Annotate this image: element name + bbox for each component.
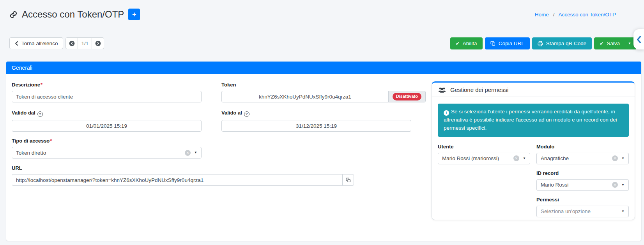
breadcrumb: Home / Accesso con Token/OTP xyxy=(535,12,616,18)
enable-button[interactable]: ✔ Abilita xyxy=(450,37,483,49)
permessi-left-column: Utente Mario Rossi (mariorossi) × ▼ xyxy=(438,144,530,217)
id-record-label: ID record xyxy=(536,170,629,176)
arrow-circle-right-icon xyxy=(95,41,101,46)
valido-dal-label: Valido dal? xyxy=(12,110,202,117)
printer-icon xyxy=(538,41,543,46)
url-field-group: URL xyxy=(12,165,354,186)
generali-title: Generali xyxy=(12,65,32,71)
permessi-placeholder: Seleziona un'opzione xyxy=(541,208,621,214)
breadcrumb-separator: / xyxy=(553,12,555,18)
help-icon[interactable]: ? xyxy=(244,111,249,117)
plus-icon: + xyxy=(132,11,136,18)
valido-al-field-group: Valido al? xyxy=(221,110,411,132)
back-to-list-button[interactable]: Torna all'elenco xyxy=(9,37,63,49)
utente-field-group: Utente Mario Rossi (mariorossi) × ▼ xyxy=(438,144,530,164)
breadcrumb-home-link[interactable]: Home xyxy=(535,12,549,18)
permessi-info-text: Se si seleziona l'utente i permessi verr… xyxy=(444,109,617,131)
copy-url-label: Copia URL xyxy=(499,41,524,46)
descrizione-label: Descrizione* xyxy=(12,82,202,88)
permessi-card: Gestione dei permessi iSe si seleziona l… xyxy=(432,81,635,220)
id-record-select[interactable]: Mario Rossi × ▼ xyxy=(536,179,629,191)
modulo-value: Anagrafiche xyxy=(541,155,612,161)
tipo-accesso-select[interactable]: Token diretto × ▼ xyxy=(12,147,202,159)
permessi-select[interactable]: Seleziona un'opzione ▼ xyxy=(536,206,629,217)
caret-down-icon: ▼ xyxy=(621,157,625,160)
utente-label: Utente xyxy=(438,144,530,150)
chevron-left-icon xyxy=(15,41,18,46)
clear-icon[interactable]: × xyxy=(185,150,191,156)
page: Accesso con Token/OTP + Home / Accesso c… xyxy=(0,0,644,245)
check-icon: ✔ xyxy=(456,41,460,46)
permessi-info-alert: iSe si seleziona l'utente i permessi ver… xyxy=(438,104,629,137)
token-input xyxy=(221,91,389,102)
toolbar-actions: ✔ Abilita Copia URL Stampa qR Code ✔ Sal… xyxy=(450,37,637,49)
caret-down-icon: ▼ xyxy=(621,183,625,187)
modulo-select[interactable]: Anagrafiche × ▼ xyxy=(536,153,629,164)
utente-select[interactable]: Mario Rossi (mariorossi) × ▼ xyxy=(438,153,530,164)
link-icon xyxy=(9,11,18,19)
title-row: Accesso con Token/OTP + xyxy=(9,9,140,20)
permessi-right-column: Modulo Anagrafiche × ▼ ID record Mario R… xyxy=(536,144,629,217)
permessi-fields: Utente Mario Rossi (mariorossi) × ▼ Modu… xyxy=(432,137,635,217)
required-asterisk: * xyxy=(50,138,52,144)
users-icon xyxy=(438,87,446,93)
next-record-button[interactable] xyxy=(92,37,104,49)
permessi-label: Permessi xyxy=(536,197,629,203)
generali-card-header: Generali xyxy=(6,62,641,74)
clear-icon[interactable]: × xyxy=(612,155,618,161)
breadcrumb-current-link[interactable]: Accesso con Token/OTP xyxy=(558,12,616,18)
copy-icon xyxy=(346,178,351,183)
enable-label: Abilita xyxy=(463,41,477,46)
generali-card: Generali Descrizione* Token Disattivato … xyxy=(6,62,641,241)
id-record-value: Mario Rossi xyxy=(541,182,612,188)
valido-dal-input[interactable] xyxy=(12,120,202,132)
valido-al-label: Valido al? xyxy=(221,110,411,117)
help-icon[interactable]: ? xyxy=(37,111,43,117)
info-icon: i xyxy=(444,110,449,116)
modulo-label: Modulo xyxy=(536,144,629,150)
toolbar-left: Torna all'elenco 1/1 xyxy=(9,37,104,49)
permessi-card-header: Gestione dei permessi xyxy=(432,83,635,97)
url-label: URL xyxy=(12,165,354,171)
print-qr-button[interactable]: Stampa qR Code xyxy=(532,37,592,49)
check-icon: ✔ xyxy=(600,41,603,46)
page-title: Accesso con Token/OTP xyxy=(22,9,124,20)
clear-icon[interactable]: × xyxy=(513,155,519,161)
descrizione-input[interactable] xyxy=(12,91,202,102)
print-qr-label: Stampa qR Code xyxy=(546,41,587,46)
caret-down-icon: ▼ xyxy=(628,42,631,45)
required-asterisk: * xyxy=(41,82,42,88)
pager-position: 1/1 xyxy=(78,37,92,49)
valido-dal-field-group: Valido dal? xyxy=(12,110,202,132)
caret-down-icon: ▼ xyxy=(523,157,526,160)
add-record-button[interactable]: + xyxy=(128,9,140,20)
previous-record-button[interactable] xyxy=(65,37,78,49)
tipo-accesso-value: Token diretto xyxy=(16,150,185,156)
arrow-circle-left-icon xyxy=(69,41,75,46)
valido-al-input[interactable] xyxy=(221,120,411,132)
modulo-field-group: Modulo Anagrafiche × ▼ xyxy=(536,144,629,164)
caret-down-icon: ▼ xyxy=(621,210,625,213)
descrizione-field-group: Descrizione* xyxy=(12,82,202,102)
copy-icon xyxy=(490,41,495,46)
save-button[interactable]: ✔ Salva ▼ xyxy=(594,37,637,49)
copy-url-field-button[interactable] xyxy=(342,174,354,186)
clear-icon[interactable]: × xyxy=(612,182,618,188)
save-label: Salva xyxy=(607,41,620,46)
token-status-append: Disattivato xyxy=(388,91,426,102)
collapse-panel-tab[interactable] xyxy=(633,29,644,49)
caret-down-icon: ▼ xyxy=(194,151,197,154)
id-record-field-group: ID record Mario Rossi × ▼ xyxy=(536,170,629,191)
status-badge: Disattivato xyxy=(393,93,421,100)
utente-value: Mario Rossi (mariorossi) xyxy=(442,155,513,161)
permessi-card-title: Gestione dei permessi xyxy=(450,86,508,93)
token-label: Token xyxy=(221,82,426,88)
chevron-left-icon xyxy=(636,36,641,43)
copy-url-button[interactable]: Copia URL xyxy=(485,37,530,49)
tipo-accesso-label: Tipo di accesso* xyxy=(12,138,202,144)
permessi-field-group: Permessi Seleziona un'opzione ▼ xyxy=(536,197,629,217)
back-to-list-label: Torna all'elenco xyxy=(21,41,58,46)
record-pager: 1/1 xyxy=(65,37,104,49)
tipo-accesso-field-group: Tipo di accesso* Token diretto × ▼ xyxy=(12,138,202,159)
token-field-group: Token Disattivato xyxy=(221,82,426,102)
